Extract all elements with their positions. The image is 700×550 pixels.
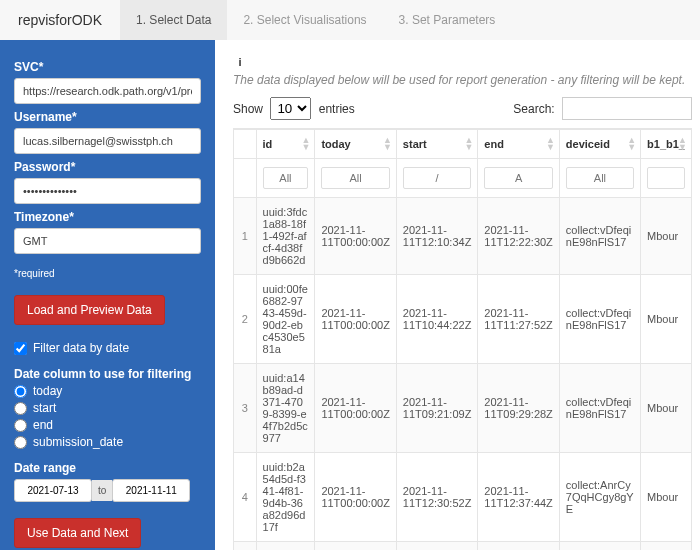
cell: uuid:b2a54d5d-f341-4f81-9d4b-36a82d96d17… [256, 453, 315, 542]
table-row: 3uuid:a14b89ad-d371-4709-8399-e4f7b2d5c9… [234, 364, 692, 453]
data-table: id▲▼today▲▼start▲▼end▲▼deviceid▲▼b1_b1_▲… [233, 129, 692, 550]
cell: Mbour [641, 198, 692, 275]
page-size-select[interactable]: 10 [270, 97, 311, 120]
cell: uuid:00fe6882-9743-459d-90d2-ebc4530e581… [256, 275, 315, 364]
datecol-option-label: today [33, 384, 62, 398]
use-data-next-button[interactable]: Use Data and Next [14, 518, 141, 548]
cell: 2021-11-11T00:00:00Z [315, 542, 396, 551]
table-row: 4uuid:b2a54d5d-f341-4f81-9d4b-36a82d96d1… [234, 453, 692, 542]
date-to-input[interactable] [112, 479, 190, 502]
sidebar: SVC* Username* Password* Timezone* *requ… [0, 40, 215, 550]
cell: 2021-11-11T12:22:30Z [478, 198, 559, 275]
datecol-radio-today[interactable] [14, 385, 27, 398]
username-label: Username* [14, 110, 201, 124]
col-header-start[interactable]: start▲▼ [396, 130, 477, 159]
col-header-b1_b1_[interactable]: b1_b1_▲▼ [641, 130, 692, 159]
filter-by-date-label: Filter data by date [33, 341, 129, 355]
cell: 2021-11-11T12:10:34Z [396, 198, 477, 275]
cell: Mbour [641, 453, 692, 542]
cell: collect:vDfeqinE98nFlS17 [559, 364, 640, 453]
cell: uuid:11806718-e6d1-4934-841d-027354c07ce… [256, 542, 315, 551]
svc-input[interactable] [14, 78, 201, 104]
cell: uuid:a14b89ad-d371-4709-8399-e4f7b2d5c97… [256, 364, 315, 453]
cell: collect:AnrCy7QqHCgy8gYE [559, 542, 640, 551]
table-row: 2uuid:00fe6882-9743-459d-90d2-ebc4530e58… [234, 275, 692, 364]
entries-word: entries [319, 102, 355, 116]
filter-input-today[interactable] [321, 167, 389, 189]
datecol-option-label: start [33, 401, 56, 415]
date-to-word: to [92, 480, 112, 501]
filter-input-b1_b1_[interactable] [647, 167, 685, 189]
load-preview-button[interactable]: Load and Preview Data [14, 295, 165, 325]
hint-text: The data displayed below will be used fo… [233, 73, 692, 87]
daterange-label: Date range [14, 461, 201, 475]
cell: collect:vDfeqinE98nFlS17 [559, 275, 640, 364]
sort-icon: ▲▼ [301, 137, 310, 151]
cell: 2021-11-11T12:30:52Z [396, 453, 477, 542]
datecol-label: Date column to use for filtering [14, 367, 201, 381]
cell: 2021-11-11T09:29:28Z [478, 364, 559, 453]
cell: 1 [234, 198, 257, 275]
info-icon: i [233, 55, 247, 69]
sort-icon: ▲▼ [464, 137, 473, 151]
cell: 2021-11-11T12:37:44Z [478, 453, 559, 542]
timezone-label: Timezone* [14, 210, 201, 224]
cell: Mbour [641, 364, 692, 453]
col-header-index[interactable] [234, 130, 257, 159]
filter-input-deviceid[interactable] [566, 167, 634, 189]
cell: 2021-11-11T10:44:22Z [396, 275, 477, 364]
col-header-id[interactable]: id▲▼ [256, 130, 315, 159]
sort-icon: ▲▼ [627, 137, 636, 151]
cell: Mbour [641, 275, 692, 364]
filter-input-end[interactable] [484, 167, 552, 189]
filter-by-date-checkbox[interactable] [14, 342, 27, 355]
username-input[interactable] [14, 128, 201, 154]
cell: 2021-11-11T11:58:48Z [478, 542, 559, 551]
cell: uuid:3fdc1a88-18f1-492f-afcf-4d38fd9b662… [256, 198, 315, 275]
cell: 2021-11-11T11:52:40Z [396, 542, 477, 551]
password-label: Password* [14, 160, 201, 174]
brand: repvisforODK [0, 12, 120, 28]
filter-input-id[interactable] [263, 167, 309, 189]
datecol-option-label: end [33, 418, 53, 432]
cell: 2 [234, 275, 257, 364]
password-input[interactable] [14, 178, 201, 204]
cell: 2021-11-11T09:21:09Z [396, 364, 477, 453]
datecol-radio-end[interactable] [14, 419, 27, 432]
cell: Mbour [641, 542, 692, 551]
cell: 2021-11-11T11:27:52Z [478, 275, 559, 364]
content: i The data displayed below will be used … [215, 40, 700, 550]
cell: 4 [234, 453, 257, 542]
show-word: Show [233, 102, 263, 116]
datecol-option-label: submission_date [33, 435, 123, 449]
required-note: *required [14, 268, 201, 279]
filter-input-start[interactable] [403, 167, 471, 189]
cell: 3 [234, 364, 257, 453]
datecol-radio-submission_date[interactable] [14, 436, 27, 449]
date-from-input[interactable] [14, 479, 92, 502]
search-label: Search: [513, 102, 554, 116]
cell: collect:AnrCy7QqHCgy8gYE [559, 453, 640, 542]
svc-label: SVC* [14, 60, 201, 74]
cell: 2021-11-11T00:00:00Z [315, 275, 396, 364]
cell: 2021-11-11T00:00:00Z [315, 453, 396, 542]
table-row: 5uuid:11806718-e6d1-4934-841d-027354c07c… [234, 542, 692, 551]
timezone-input[interactable] [14, 228, 201, 254]
col-header-today[interactable]: today▲▼ [315, 130, 396, 159]
topbar: repvisforODK 1. Select Data2. Select Vis… [0, 0, 700, 40]
cell: 5 [234, 542, 257, 551]
search-input[interactable] [562, 97, 692, 120]
cell: 2021-11-11T00:00:00Z [315, 198, 396, 275]
cell: 2021-11-11T00:00:00Z [315, 364, 396, 453]
sort-icon: ▲▼ [383, 137, 392, 151]
step-2[interactable]: 2. Select Visualisations [227, 0, 382, 40]
datecol-radio-start[interactable] [14, 402, 27, 415]
step-1[interactable]: 1. Select Data [120, 0, 227, 40]
sort-icon: ▲▼ [678, 137, 687, 151]
col-header-deviceid[interactable]: deviceid▲▼ [559, 130, 640, 159]
col-header-end[interactable]: end▲▼ [478, 130, 559, 159]
sort-icon: ▲▼ [546, 137, 555, 151]
step-3[interactable]: 3. Set Parameters [383, 0, 512, 40]
table-row: 1uuid:3fdc1a88-18f1-492f-afcf-4d38fd9b66… [234, 198, 692, 275]
cell: collect:vDfeqinE98nFlS17 [559, 198, 640, 275]
